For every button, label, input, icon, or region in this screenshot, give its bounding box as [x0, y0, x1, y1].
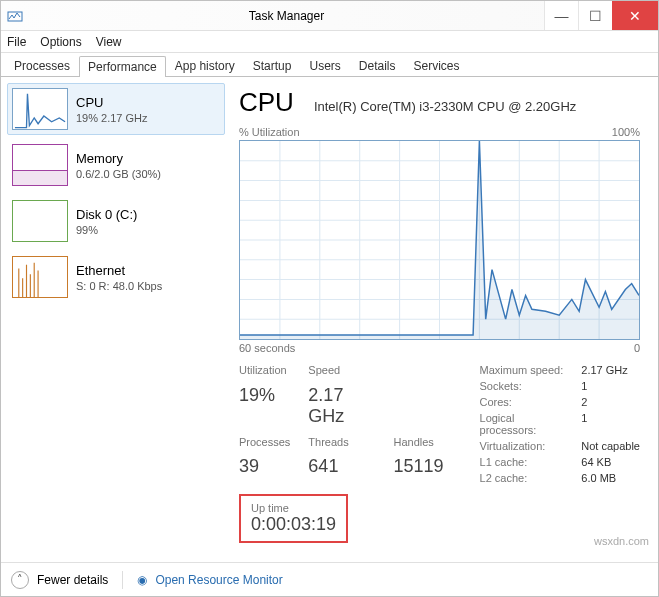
resource-monitor-icon[interactable]: ◉ [137, 573, 147, 587]
ethernet-label-group: Ethernet S: 0 R: 48.0 Kbps [76, 263, 162, 292]
maxspeed-key: Maximum speed: [480, 364, 568, 376]
cores-key: Cores: [480, 396, 568, 408]
memory-thumbnail [12, 144, 68, 186]
tab-details[interactable]: Details [350, 55, 405, 76]
close-button[interactable]: ✕ [612, 1, 658, 30]
menu-view[interactable]: View [96, 35, 122, 49]
sockets-key: Sockets: [480, 380, 568, 392]
window-controls: — ☐ ✕ [544, 1, 658, 30]
fewer-details-icon[interactable]: ˄ [11, 571, 29, 589]
panel-heading: CPU [239, 87, 294, 118]
disk-name: Disk 0 (C:) [76, 207, 137, 222]
sixty-label: 60 seconds [239, 342, 295, 354]
disk-sub: 99% [76, 224, 137, 236]
ethernet-thumbnail [12, 256, 68, 298]
cpu-panel: CPU Intel(R) Core(TM) i3-2330M CPU @ 2.2… [231, 77, 658, 562]
window-title: Task Manager [29, 9, 544, 23]
processes-value: 39 [239, 456, 290, 484]
handles-label: Handles [393, 436, 443, 455]
watermark: wsxdn.com [594, 535, 649, 547]
tab-processes[interactable]: Processes [5, 55, 79, 76]
processes-label: Processes [239, 436, 290, 455]
stats-left: Utilization Speed 19% 2.17 GHz Processes… [239, 364, 444, 484]
title-bar: Task Manager — ☐ ✕ [1, 1, 658, 31]
tab-performance[interactable]: Performance [79, 56, 166, 77]
tab-services[interactable]: Services [405, 55, 469, 76]
sidebar-item-memory[interactable]: Memory 0.6/2.0 GB (30%) [7, 139, 225, 191]
minimize-button[interactable]: — [544, 1, 578, 30]
cpu-chart [239, 140, 640, 340]
sidebar-item-disk[interactable]: Disk 0 (C:) 99% [7, 195, 225, 247]
menu-options[interactable]: Options [40, 35, 81, 49]
ethernet-name: Ethernet [76, 263, 162, 278]
disk-label-group: Disk 0 (C:) 99% [76, 207, 137, 236]
memory-name: Memory [76, 151, 161, 166]
stats-area: Utilization Speed 19% 2.17 GHz Processes… [239, 364, 640, 484]
maximize-button[interactable]: ☐ [578, 1, 612, 30]
stats-right: Maximum speed: 2.17 GHz Sockets: 1 Cores… [480, 364, 640, 484]
menu-bar: File Options View [1, 31, 658, 53]
cpu-thumbnail [12, 88, 68, 130]
l2-val: 6.0 MB [581, 472, 640, 484]
l1-key: L1 cache: [480, 456, 568, 468]
uptime-value: 0:00:03:19 [251, 514, 336, 535]
fewer-details-link[interactable]: Fewer details [37, 573, 108, 587]
sidebar-item-cpu[interactable]: CPU 19% 2.17 GHz [7, 83, 225, 135]
footer-separator [122, 571, 123, 589]
utilization-label: Utilization [239, 364, 290, 383]
menu-file[interactable]: File [7, 35, 26, 49]
tab-app-history[interactable]: App history [166, 55, 244, 76]
cores-val: 2 [581, 396, 640, 408]
threads-label: Threads [308, 436, 375, 455]
ethernet-sub: S: 0 R: 48.0 Kbps [76, 280, 162, 292]
chart-top-labels: % Utilization 100% [239, 126, 640, 138]
speed-label: Speed [308, 364, 375, 383]
performance-sidebar: CPU 19% 2.17 GHz Memory 0.6/2.0 GB (30%)… [1, 77, 231, 562]
lp-key: Logical processors: [480, 412, 568, 436]
chart-bottom-labels: 60 seconds 0 [239, 342, 640, 354]
uptime-label: Up time [251, 502, 336, 514]
sockets-val: 1 [581, 380, 640, 392]
content-area: CPU 19% 2.17 GHz Memory 0.6/2.0 GB (30%)… [1, 77, 658, 562]
threads-value: 641 [308, 456, 375, 484]
tab-startup[interactable]: Startup [244, 55, 301, 76]
tab-users[interactable]: Users [300, 55, 349, 76]
sidebar-item-ethernet[interactable]: Ethernet S: 0 R: 48.0 Kbps [7, 251, 225, 303]
cpu-label-group: CPU 19% 2.17 GHz [76, 95, 148, 124]
open-resource-monitor-link[interactable]: Open Resource Monitor [155, 573, 282, 587]
speed-value: 2.17 GHz [308, 385, 375, 434]
panel-header: CPU Intel(R) Core(TM) i3-2330M CPU @ 2.2… [239, 87, 640, 118]
cpu-name: CPU [76, 95, 148, 110]
zero-label: 0 [634, 342, 640, 354]
app-icon [7, 8, 23, 24]
lp-val: 1 [581, 412, 640, 436]
hundred-label: 100% [612, 126, 640, 138]
memory-sub: 0.6/2.0 GB (30%) [76, 168, 161, 180]
utilization-value: 19% [239, 385, 290, 434]
maxspeed-val: 2.17 GHz [581, 364, 640, 376]
cpu-model: Intel(R) Core(TM) i3-2330M CPU @ 2.20GHz [314, 99, 640, 114]
footer-bar: ˄ Fewer details ◉ Open Resource Monitor [1, 562, 658, 596]
virt-key: Virtualization: [480, 440, 568, 452]
uptime-box: Up time 0:00:03:19 [239, 494, 348, 543]
virt-val: Not capable [581, 440, 640, 452]
disk-thumbnail [12, 200, 68, 242]
memory-label-group: Memory 0.6/2.0 GB (30%) [76, 151, 161, 180]
l1-val: 64 KB [581, 456, 640, 468]
tab-strip: Processes Performance App history Startu… [1, 53, 658, 77]
handles-value: 15119 [393, 456, 443, 484]
util-label: % Utilization [239, 126, 300, 138]
l2-key: L2 cache: [480, 472, 568, 484]
cpu-sub: 19% 2.17 GHz [76, 112, 148, 124]
